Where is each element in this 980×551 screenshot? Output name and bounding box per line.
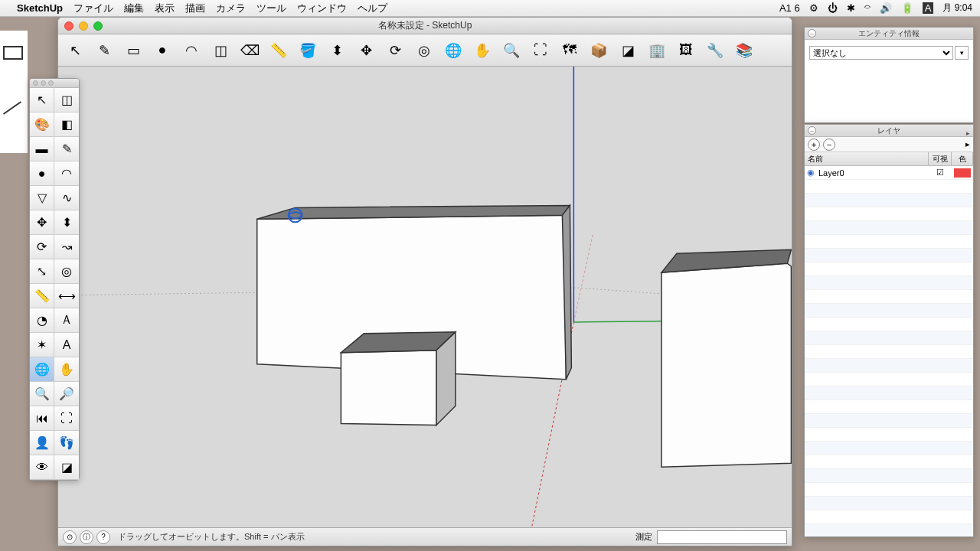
look-around-tool[interactable]: 👁 [30, 455, 54, 480]
zoom-tool[interactable]: 🔍 [30, 382, 54, 406]
paint-bucket-button[interactable]: 🪣 [296, 38, 320, 63]
layers-tool-button[interactable]: 📚 [732, 38, 756, 63]
zoom-tool-button[interactable]: 🔍 [499, 38, 524, 63]
scale-tool[interactable]: ⤡ [30, 259, 54, 284]
select-tool[interactable]: ↖ [30, 88, 54, 112]
zoom-extents-button[interactable]: ⛶ [528, 38, 553, 63]
move-tool-button[interactable]: ✥ [354, 38, 378, 63]
window-titlebar[interactable]: 名称未設定 - SketchUp [58, 18, 792, 34]
rotate-tool-button[interactable]: ⟳ [383, 38, 407, 63]
extension-warehouse-button[interactable]: 🔧 [703, 38, 727, 63]
offset-tool-button[interactable]: ◎ [412, 38, 436, 63]
collapse-icon[interactable]: – [808, 29, 816, 37]
select-arrow-button[interactable]: ↖ [63, 38, 87, 63]
entity-options-icon[interactable]: ▾ [955, 46, 969, 60]
text-tool[interactable]: Ａ [54, 308, 79, 333]
rotate-tool[interactable]: ⟳ [30, 235, 54, 259]
building-maker-button[interactable]: 🏢 [645, 38, 669, 63]
push-pull-tool[interactable]: ⬍ [54, 210, 79, 235]
eraser-tool[interactable]: ◧ [54, 112, 79, 137]
entity-panel-title[interactable]: – エンティティ情報 [805, 28, 973, 40]
layer-menu-icon[interactable]: ▸ [965, 139, 970, 149]
header-visible[interactable]: 可視 [929, 152, 952, 165]
menu-camera[interactable]: カメラ [216, 2, 246, 15]
push-pull-button[interactable]: ⬍ [325, 38, 349, 63]
app-name[interactable]: SketchUp [17, 2, 63, 14]
menu-help[interactable]: ヘルプ [358, 2, 387, 15]
close-button[interactable] [64, 21, 74, 31]
circle-tool-button[interactable]: ● [150, 38, 175, 63]
rectangle-tool[interactable]: ▬ [30, 137, 54, 161]
menu-view[interactable]: 表示 [155, 2, 175, 15]
header-name[interactable]: 名前 [805, 152, 929, 165]
orbit-tool[interactable]: 🌐 [30, 357, 54, 382]
arc-tool[interactable]: ◠ [54, 161, 79, 186]
rectangle-tool-button[interactable]: ▭ [121, 38, 145, 63]
active-layer-radio[interactable]: ◉ [805, 168, 817, 178]
position-camera-tool[interactable]: 👤 [30, 431, 54, 455]
add-layer-button[interactable]: + [808, 139, 820, 151]
minimize-button[interactable] [79, 21, 88, 31]
pan-tool-button[interactable]: ✋ [470, 38, 495, 63]
previous-tool[interactable]: ⏮ [30, 406, 54, 431]
protractor-tool[interactable]: ◔ [30, 308, 54, 333]
get-models-button[interactable]: 📦 [586, 38, 611, 63]
zoom-extents-tool[interactable]: ⛶ [54, 406, 79, 431]
section-plane-button[interactable]: ◪ [616, 38, 640, 63]
eraser-tool-button[interactable]: ⌫ [237, 38, 262, 63]
orbit-tool-button[interactable]: 🌐 [441, 38, 466, 63]
photo-textures-button[interactable]: 🖼 [674, 38, 698, 63]
3d-text-tool[interactable]: A [54, 333, 79, 357]
walk-tool[interactable]: 👣 [54, 431, 79, 455]
menu-draw[interactable]: 描画 [185, 2, 205, 15]
measurement-input[interactable] [657, 530, 787, 544]
menu-file[interactable]: ファイル [74, 2, 113, 15]
add-location-button[interactable]: 🗺 [557, 38, 582, 63]
menu-tools[interactable]: ツール [256, 2, 286, 15]
follow-me-tool[interactable]: ↝ [54, 235, 79, 259]
power-status-icon[interactable]: ⏻ [828, 2, 838, 14]
geo-location-icon[interactable]: ⊙ [63, 530, 77, 544]
entity-selection-dropdown[interactable]: 選択なし [809, 46, 953, 60]
make-component-tool[interactable]: ◫ [54, 88, 79, 112]
pan-tool[interactable]: ✋ [54, 357, 79, 382]
zoom-button[interactable] [93, 21, 103, 31]
offset-tool[interactable]: ◎ [54, 259, 79, 284]
toolset-titlebar[interactable] [30, 79, 79, 88]
clock[interactable]: 月 9:04 [942, 2, 972, 15]
zoom-window-tool[interactable]: 🔎 [54, 382, 79, 406]
menu-edit[interactable]: 編集 [124, 2, 144, 15]
input-method-icon[interactable]: A [923, 2, 934, 14]
axes-tool[interactable]: ✶ [30, 333, 54, 357]
header-color[interactable]: 色 [952, 152, 973, 165]
remove-layer-button[interactable]: − [823, 139, 835, 151]
move-tool[interactable]: ✥ [30, 210, 54, 235]
wifi-status-icon[interactable]: ⌔ [864, 2, 871, 14]
layer-visible-checkbox[interactable]: ☑ [929, 168, 952, 178]
layer-row[interactable]: ◉Layer0☑ [805, 166, 973, 180]
freehand-tool[interactable]: ∿ [54, 186, 79, 210]
arc-tool-button[interactable]: ◠ [179, 38, 204, 63]
layer-name[interactable]: Layer0 [817, 168, 929, 178]
collapse-icon[interactable]: – [808, 126, 816, 135]
volume-status-icon[interactable]: 🔊 [880, 2, 892, 14]
3d-viewport[interactable] [58, 67, 792, 527]
help-icon[interactable]: ? [96, 530, 110, 544]
line-tool[interactable]: ✎ [54, 137, 79, 161]
layer-color-swatch[interactable] [954, 168, 971, 178]
section-tool[interactable]: ◪ [54, 455, 79, 480]
bluetooth-status-icon[interactable]: ✱ [847, 2, 855, 14]
make-component-button[interactable]: ◫ [208, 38, 233, 63]
polygon-tool[interactable]: ▽ [30, 186, 54, 210]
tape-measure-button[interactable]: 📏 [266, 38, 291, 63]
adobe-status-icon[interactable]: A1 6 [779, 2, 800, 14]
line-tool-button[interactable]: ✎ [92, 38, 116, 63]
credits-icon[interactable]: ⓘ [80, 530, 93, 544]
tape-measure-tool[interactable]: 📏 [30, 284, 54, 308]
dimension-tool[interactable]: ⟷ [54, 284, 79, 308]
battery-status-icon[interactable]: 🔋 [901, 2, 913, 14]
circle-tool[interactable]: ● [30, 161, 54, 186]
settings-status-icon[interactable]: ⚙ [809, 2, 818, 14]
layers-panel-title[interactable]: – レイヤ ▸ [805, 125, 973, 137]
menu-window[interactable]: ウィンドウ [297, 2, 347, 15]
